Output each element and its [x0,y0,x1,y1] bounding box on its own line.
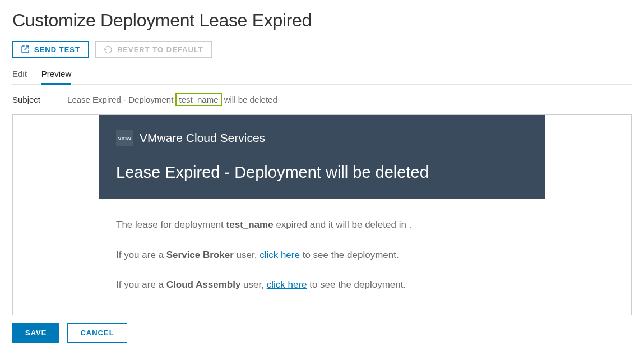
email-title: Lease Expired - Deployment will be delet… [116,163,528,182]
send-test-label: Send Test [34,45,80,54]
email-token: test_name [226,219,274,230]
subject-value: Lease Expired - Deployment test_name wil… [67,95,277,104]
revert-button: Revert to Default [95,41,212,58]
subject-token: test_name [175,93,221,106]
role-cloud-assembly: Cloud Assembly [166,279,241,290]
email-header: vmw VMware Cloud Services Lease Expired … [99,115,545,199]
subject-label: Subject [12,95,40,104]
save-button[interactable]: Save [12,323,59,343]
subject-prefix: Lease Expired - Deployment [67,95,175,104]
brand-logo: vmw [116,130,133,146]
subject-suffix: will be deleted [222,95,277,104]
footer-actions: Save Cancel [12,323,632,343]
send-test-icon [21,45,30,54]
tab-preview[interactable]: Preview [41,66,71,85]
email: vmw VMware Cloud Services Lease Expired … [99,115,545,315]
link-service-broker[interactable]: click here [260,250,300,260]
subject-row: Subject Lease Expired - Deployment test_… [12,95,632,104]
tab-edit[interactable]: Edit [12,66,27,85]
link-cloud-assembly[interactable]: click here [267,279,307,290]
email-line-3: If you are a Cloud Assembly user, click … [116,278,528,292]
send-test-button[interactable]: Send Test [12,41,89,58]
page-title: Customize Deployment Lease Expired [12,10,632,31]
revert-label: Revert to Default [117,45,203,54]
email-preview-pane[interactable]: vmw VMware Cloud Services Lease Expired … [12,114,632,315]
role-service-broker: Service Broker [166,250,234,260]
brand-name: VMware Cloud Services [140,131,265,145]
email-body: The lease for deployment test_name expir… [99,199,545,315]
email-line-1: The lease for deployment test_name expir… [116,218,528,232]
toolbar: Send Test Revert to Default [12,41,632,58]
brand-row: vmw VMware Cloud Services [116,130,528,146]
cancel-button[interactable]: Cancel [67,323,127,343]
revert-icon [104,45,113,54]
email-line-2: If you are a Service Broker user, click … [116,248,528,262]
tabs: Edit Preview [12,66,632,85]
